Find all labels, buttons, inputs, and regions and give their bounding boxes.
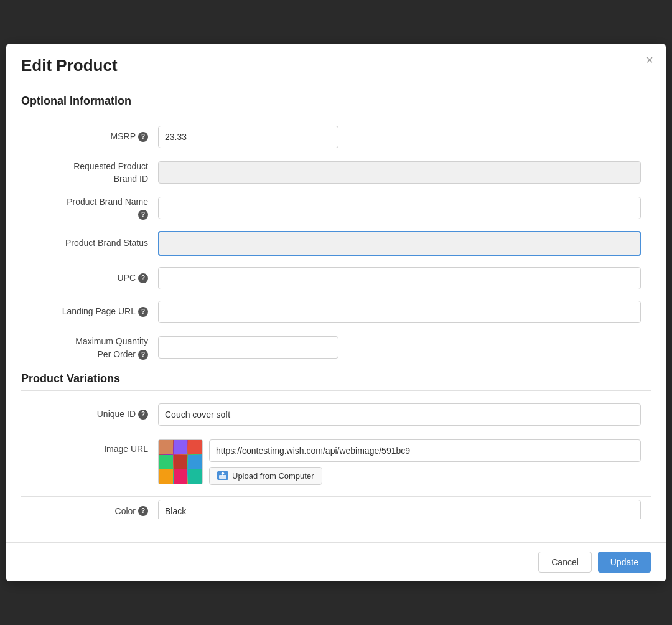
- thumbnail-cell: [188, 440, 202, 454]
- thumbnail-cell: [174, 440, 188, 454]
- optional-info-section-title: Optional Information: [21, 95, 651, 108]
- cancel-button[interactable]: Cancel: [538, 552, 592, 573]
- color-input[interactable]: [158, 500, 641, 519]
- product-brand-status-label: Product Brand Status: [21, 237, 158, 250]
- optional-section-divider: [21, 113, 651, 113]
- landing-page-url-row: Landing Page URL ?: [21, 301, 651, 323]
- landing-page-url-input[interactable]: [158, 301, 641, 323]
- color-label: Color ?: [21, 505, 158, 518]
- requested-brand-id-row: Requested Product Brand ID: [21, 159, 651, 185]
- product-brand-status-input[interactable]: [159, 232, 640, 255]
- upc-input[interactable]: [158, 267, 641, 289]
- upc-label: UPC ?: [21, 272, 158, 284]
- upload-from-computer-button[interactable]: Upload from Computer: [209, 467, 322, 485]
- product-brand-name-row: Product Brand Name ?: [21, 196, 651, 220]
- unique-id-label: Unique ID ?: [21, 408, 158, 421]
- image-url-input[interactable]: [209, 439, 641, 462]
- unique-id-input[interactable]: [158, 403, 641, 426]
- landing-page-url-help-icon[interactable]: ?: [138, 307, 148, 317]
- unique-id-help-icon[interactable]: ?: [138, 410, 148, 420]
- thumbnail-cell: [159, 455, 173, 469]
- product-brand-name-label: Product Brand Name ?: [21, 196, 158, 220]
- thumbnail-cell: [159, 469, 173, 484]
- requested-brand-id-input[interactable]: [158, 161, 641, 184]
- modal-footer: Cancel Update: [6, 542, 666, 581]
- thumbnail-cell: [159, 440, 173, 454]
- max-quantity-row: Maximum Quantity Per Order ?: [21, 334, 651, 361]
- landing-page-url-label: Landing Page URL ?: [21, 306, 158, 318]
- modal-close-button[interactable]: ×: [646, 54, 653, 66]
- msrp-input[interactable]: [158, 126, 338, 148]
- product-brand-name-help-icon[interactable]: ?: [138, 210, 148, 220]
- product-variations-section-title: Product Variations: [21, 372, 651, 385]
- thumbnail-cell: [188, 455, 202, 469]
- msrp-row: MSRP ?: [21, 126, 651, 148]
- thumbnail-cell: [188, 469, 202, 484]
- msrp-label: MSRP ?: [21, 131, 158, 143]
- variations-section-divider: [21, 390, 651, 391]
- thumbnail-cell: [174, 469, 188, 484]
- color-help-icon[interactable]: ?: [138, 506, 148, 516]
- upload-icon: [217, 471, 228, 480]
- image-url-label: Image URL: [21, 439, 158, 456]
- image-url-inputs: Upload from Computer: [209, 439, 641, 485]
- product-brand-name-input[interactable]: [158, 197, 641, 219]
- modal-overlay: Edit Product × Optional Information MSRP…: [0, 0, 672, 625]
- max-quantity-label: Maximum Quantity Per Order ?: [21, 334, 158, 361]
- image-url-section: Upload from Computer: [158, 439, 641, 485]
- image-url-row: Image URL: [21, 437, 651, 485]
- upc-help-icon[interactable]: ?: [138, 273, 148, 283]
- product-brand-status-wrapper: [158, 231, 641, 256]
- modal-body[interactable]: Optional Information MSRP ? Requested Pr…: [6, 82, 666, 542]
- modal-header: Edit Product ×: [6, 44, 666, 82]
- edit-product-modal: Edit Product × Optional Information MSRP…: [6, 44, 666, 581]
- max-quantity-help-icon[interactable]: ?: [138, 350, 148, 360]
- requested-brand-id-label: Requested Product Brand ID: [21, 159, 158, 185]
- image-thumbnail: [158, 439, 203, 484]
- upc-row: UPC ?: [21, 267, 651, 289]
- update-button[interactable]: Update: [598, 552, 651, 573]
- unique-id-row: Unique ID ?: [21, 403, 651, 426]
- thumbnail-cell: [174, 455, 188, 469]
- max-quantity-input[interactable]: [158, 336, 338, 359]
- modal-title: Edit Product: [21, 56, 651, 75]
- product-brand-status-row: Product Brand Status: [21, 231, 651, 256]
- msrp-help-icon[interactable]: ?: [138, 132, 148, 142]
- color-row: Color ?: [21, 496, 651, 519]
